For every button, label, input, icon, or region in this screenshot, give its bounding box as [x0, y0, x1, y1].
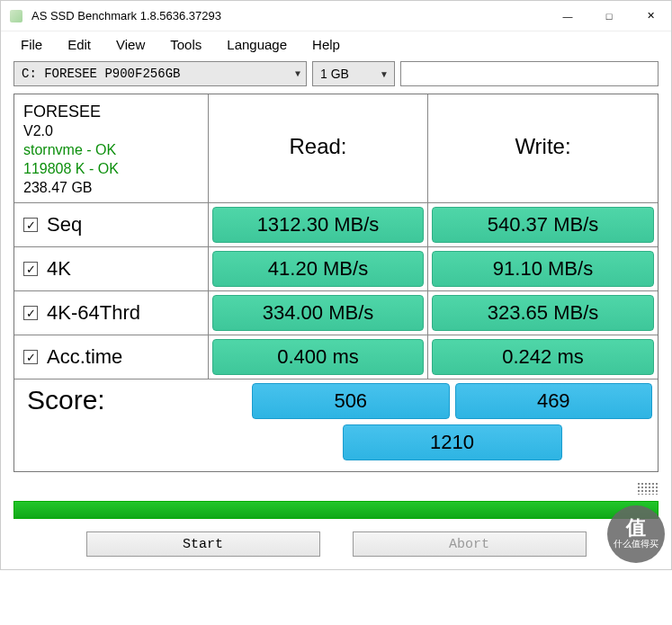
score-write: 469: [455, 383, 653, 419]
acc-label: Acc.time: [47, 345, 122, 369]
window-title: AS SSD Benchmark 1.8.5636.37293: [31, 9, 547, 22]
size-select[interactable]: 1 GB ▼: [312, 61, 395, 86]
app-window: AS SSD Benchmark 1.8.5636.37293 — □ ✕ Fi…: [0, 0, 672, 570]
row-4k64: ✓4K-64Thrd 334.00 MB/s 323.65 MB/s: [14, 291, 658, 335]
resize-grip-icon: [637, 482, 659, 495]
menu-edit[interactable]: Edit: [67, 37, 91, 52]
read-header: Read:: [289, 134, 346, 159]
menu-file[interactable]: File: [21, 37, 42, 52]
chevron-down-icon: ▼: [380, 69, 389, 79]
close-button[interactable]: ✕: [630, 2, 671, 31]
acc-write-value: 0.242 ms: [432, 339, 654, 375]
menubar: File Edit View Tools Language Help: [1, 31, 671, 61]
row-score: Score: 506 469 1210: [14, 379, 658, 471]
drive-select[interactable]: C: FORESEE P900F256GB ▼: [13, 61, 307, 86]
row-acc: ✓Acc.time 0.400 ms 0.242 ms: [14, 335, 658, 379]
watermark-char: 值: [626, 518, 646, 538]
fourk-write-value: 91.10 MB/s: [432, 251, 654, 287]
seq-label: Seq: [47, 213, 82, 237]
seq-write-value: 540.37 MB/s: [432, 207, 654, 243]
device-capacity: 238.47 GB: [23, 179, 93, 198]
fk64-read-value: 334.00 MB/s: [212, 295, 424, 331]
score-total: 1210: [343, 424, 562, 460]
fourk-checkbox[interactable]: ✓: [23, 262, 38, 276]
acc-read-value: 0.400 ms: [212, 339, 424, 375]
start-button[interactable]: Start: [86, 531, 320, 557]
write-header: Write:: [515, 134, 570, 159]
row-seq: ✓Seq 1312.30 MB/s 540.37 MB/s: [14, 203, 658, 247]
seq-read-value: 1312.30 MB/s: [212, 207, 424, 243]
seq-checkbox[interactable]: ✓: [23, 218, 38, 232]
maximize-button[interactable]: □: [588, 2, 630, 31]
alignment-status: 119808 K - OK: [23, 160, 119, 179]
status-field: [400, 61, 659, 86]
chevron-down-icon: ▼: [295, 69, 300, 79]
fk64-write-value: 323.65 MB/s: [432, 295, 654, 331]
minimize-button[interactable]: —: [547, 2, 588, 31]
fk64-checkbox[interactable]: ✓: [23, 306, 38, 320]
abort-button: Abort: [353, 531, 587, 557]
watermark-badge: 值 什么值得买: [607, 505, 665, 563]
fourk-read-value: 41.20 MB/s: [212, 251, 424, 287]
score-label: Score:: [14, 379, 246, 471]
results-grid: FORESEE V2.0 stornvme - OK 119808 K - OK…: [13, 94, 659, 472]
fourk-label: 4K: [47, 257, 71, 281]
size-select-value: 1 GB: [320, 67, 349, 81]
menu-language[interactable]: Language: [227, 37, 287, 52]
row-4k: ✓4K 41.20 MB/s 91.10 MB/s: [14, 247, 658, 291]
titlebar: AS SSD Benchmark 1.8.5636.37293 — □ ✕: [1, 1, 671, 31]
menu-tools[interactable]: Tools: [170, 37, 202, 52]
driver-status: stornvme - OK: [23, 141, 116, 160]
fk64-label: 4K-64Thrd: [47, 301, 140, 325]
watermark-text: 什么值得买: [614, 538, 659, 550]
score-read: 506: [252, 383, 450, 419]
device-model: FORESEE: [23, 102, 101, 122]
menu-view[interactable]: View: [116, 37, 145, 52]
menu-help[interactable]: Help: [312, 37, 340, 52]
app-icon: [8, 8, 24, 24]
drive-select-value: C: FORESEE P900F256GB: [22, 67, 180, 81]
progress-bar: [13, 501, 659, 519]
device-firmware: V2.0: [23, 122, 53, 141]
acc-checkbox[interactable]: ✓: [23, 350, 38, 364]
info-row: FORESEE V2.0 stornvme - OK 119808 K - OK…: [14, 94, 658, 203]
